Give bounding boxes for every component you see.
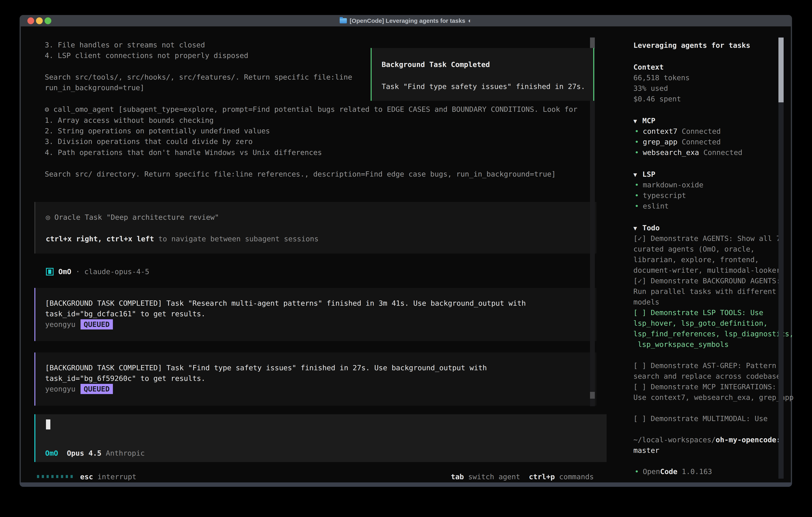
window-title-text: [OpenCode] Leveraging agents for tasks (350, 18, 465, 24)
window-title: [OpenCode] Leveraging agents for tasks ◐ (340, 17, 472, 24)
todo-line: librarian, explore, frontend, (633, 254, 759, 265)
context-used: 33% used (633, 83, 668, 93)
todo-line: [ ] Demonstrate MULTIMODAL: Use (633, 413, 767, 424)
input-status-row: OmO Opus 4.5 Anthropic (45, 448, 145, 458)
oracle-task-line: ◎ Oracle Task "Deep architecture review" (46, 212, 219, 222)
chat-scrollbar-thumb-bottom[interactable] (590, 392, 595, 399)
agent-model: claude-opus-4-5 (84, 268, 149, 276)
todo-line: [✓] Demonstrate BACKGROUND AGENTS: (633, 275, 781, 286)
todo-line: Use context7, websearch_exa, grep_app (633, 392, 793, 403)
bullet-icon: • (633, 126, 643, 137)
bullet-icon: • (633, 180, 643, 190)
input-provider-name: Anthropic (102, 449, 145, 457)
agent-checkbox-icon (46, 268, 54, 275)
status-badge: QUEUED (81, 384, 113, 394)
workspace-branch: master (633, 445, 659, 456)
bullet-icon: • (633, 147, 643, 158)
mcp-item-status: Connected (677, 138, 721, 146)
text-cursor (46, 419, 50, 430)
tool-call-item: 4. Path operations that don't handle Win… (45, 147, 322, 158)
toast-title: Background Task Completed (382, 60, 490, 69)
workspace-path-prefix: ~/local-workspaces/ (633, 436, 716, 444)
half-circle-icon: ◐ (468, 17, 472, 24)
version-name-dim: Open (643, 467, 660, 475)
todo-line: document-writer, multimodal-looker) (633, 265, 785, 275)
tab-key-label: tab (451, 472, 464, 481)
lsp-section-header[interactable]: ▼LSP (633, 169, 655, 180)
todo-active-line: lsp_find_references, lsp_diagnostics, (633, 328, 793, 339)
todo-section-header[interactable]: ▼Todo (633, 222, 660, 233)
prompt-input[interactable]: OmO Opus 4.5 Anthropic (34, 414, 607, 462)
input-agent-name: OmO (45, 449, 58, 457)
chevron-down-icon: ▼ (633, 116, 642, 126)
tool-call-item: 3. Division operations that could divide… (45, 136, 253, 147)
workspace-path: ~/local-workspaces/oh-my-opencode: (633, 434, 781, 445)
toast-body: Task "Find type safety issues" finished … (382, 82, 585, 90)
sidebar-scrollbar-track[interactable] (778, 37, 784, 479)
terminal-content: 3. File handles or streams not closed 4.… (21, 26, 791, 483)
sidebar-session-title: Leveraging agents for tasks (633, 40, 750, 51)
background-task-toast[interactable]: Background Task Completed Task "Find typ… (371, 48, 594, 101)
chevron-down-icon: ▼ (633, 223, 642, 234)
window-bottom-frame (20, 483, 792, 487)
todo-active-line: lsp_hover, lsp_goto_definition, (633, 318, 767, 328)
chevron-down-icon: ▼ (633, 169, 642, 180)
lsp-item: •eslint (633, 201, 669, 211)
task-line-2: task_id="bg_dcfac161" to get results. (45, 308, 205, 319)
chat-line: 4. LSP client connections not properly d… (45, 50, 249, 61)
todo-line: [ ] Demonstrate MCP INTEGRATIONS: (633, 381, 776, 392)
todo-active-line: lsp_workspace_symbols (633, 339, 729, 350)
close-button[interactable] (27, 18, 34, 24)
todo-active-line: [ ] Demonstrate LSP TOOLS: Use (633, 307, 763, 318)
chat-line: 3. File handles or streams not closed (45, 39, 205, 50)
bullet-icon: • (633, 201, 643, 211)
mcp-section-header[interactable]: ▼MCP (633, 115, 655, 126)
context-spent: $0.46 spent (633, 93, 681, 104)
zoom-button[interactable] (45, 18, 51, 24)
minimize-button[interactable] (36, 18, 43, 24)
task-user: yeongyu (45, 320, 76, 328)
context-heading: Context (633, 62, 664, 72)
context-tokens: 66,518 tokens (633, 72, 690, 83)
ctrlp-key-label: ctrl+p (520, 472, 555, 481)
ctrlp-action-label: commands (555, 472, 594, 481)
lsp-item: •markdown-oxide (633, 180, 703, 190)
interrupt-hint: esc interrupt (80, 471, 137, 482)
lsp-item-name: typescript (643, 191, 686, 199)
task-message-block[interactable]: [BACKGROUND TASK COMPLETED] Task "Resear… (34, 288, 597, 341)
version-number: 1.0.163 (677, 467, 712, 475)
traffic-lights (27, 18, 51, 24)
input-model-name: Opus 4.5 (58, 449, 102, 457)
oracle-hint-rest: to navigate between subagent sessions (154, 235, 319, 243)
oracle-hint-keys: ctrl+x right, ctrl+x left (46, 235, 154, 243)
sidebar-scrollbar-thumb[interactable] (778, 37, 784, 102)
oracle-hint-line: ctrl+x right, ctrl+x left to navigate be… (46, 234, 318, 244)
window-titlebar[interactable]: [OpenCode] Leveraging agents for tasks ◐ (20, 15, 792, 26)
agent-name: OmO (58, 268, 71, 276)
tool-call-item: 1. Array access without bounds checking (45, 115, 213, 126)
todo-line: [ ] Demonstrate AST-GREP: Pattern (633, 360, 776, 371)
mcp-item-name: context7 (643, 127, 677, 135)
esc-key-label: esc (80, 472, 93, 481)
keybind-hints: tab switch agent ctrl+p commands (451, 471, 594, 482)
oracle-task-block[interactable]: ◎ Oracle Task "Deep architecture review"… (34, 202, 597, 253)
mcp-heading: MCP (642, 116, 655, 125)
sidebar: Leveraging agents for tasks Context 66,5… (607, 26, 791, 483)
mcp-item: •grep_app Connected (633, 137, 721, 147)
status-bar: esc interrupt tab switch agent ctrl+p co… (21, 471, 607, 482)
mcp-item: •context7 Connected (633, 126, 721, 137)
tab-action-label: switch agent (464, 472, 520, 481)
mcp-item-name: grep_app (643, 138, 677, 146)
workspace-repo-name: oh-my-opencode: (716, 436, 781, 444)
task-meta-row: yeongyuQUEUED (45, 384, 113, 394)
version-row: •OpenCode 1.0.163 (633, 466, 712, 477)
chat-line: Search src/tools/, src/hooks/, src/featu… (45, 72, 352, 82)
esc-action-label: interrupt (93, 472, 137, 481)
agent-separator: · (71, 268, 84, 276)
task-message-block[interactable]: [BACKGROUND TASK COMPLETED] Task "Find t… (34, 352, 597, 406)
chat-pane: 3. File handles or streams not closed 4.… (21, 26, 607, 483)
folder-icon (340, 18, 347, 23)
lsp-item-name: eslint (643, 202, 669, 210)
todo-line: [✓] Demonstrate AGENTS: Show all 7 (633, 233, 781, 244)
chat-scrollbar-thumb-top[interactable] (590, 37, 595, 48)
